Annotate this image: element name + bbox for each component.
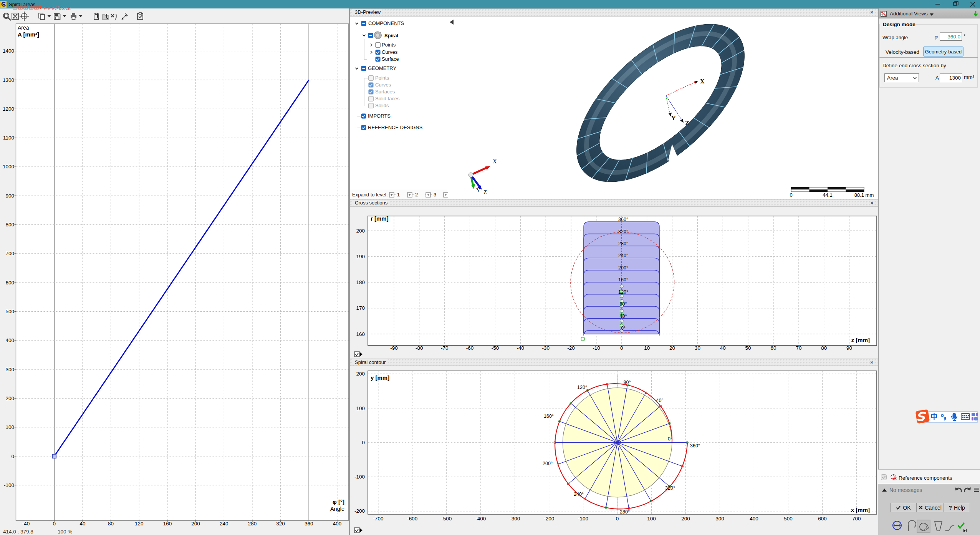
svg-text:40°: 40° <box>620 314 627 319</box>
svg-text:-30: -30 <box>542 345 550 351</box>
svg-text:360°: 360° <box>618 217 628 222</box>
svg-text:40: 40 <box>720 345 726 351</box>
svg-text:190: 190 <box>356 254 365 259</box>
svg-text:-40: -40 <box>517 345 525 351</box>
svg-text:160: 160 <box>356 331 365 337</box>
svg-text:300: 300 <box>715 516 724 522</box>
svg-text:Y: Y <box>476 187 480 193</box>
svg-text:-500: -500 <box>441 516 452 522</box>
svg-text:0: 0 <box>616 516 619 522</box>
svg-text:-300: -300 <box>510 516 520 522</box>
svg-text:200: 200 <box>681 516 690 522</box>
svg-text:0: 0 <box>11 454 14 459</box>
svg-text:-400: -400 <box>475 516 486 522</box>
svg-text:500: 500 <box>5 309 14 314</box>
svg-text:-60: -60 <box>466 345 474 351</box>
svg-text:180: 180 <box>356 279 365 285</box>
svg-text:-200: -200 <box>544 516 554 522</box>
svg-text:1200: 1200 <box>3 106 14 112</box>
svg-text:80°: 80° <box>624 380 631 385</box>
svg-text:Area: Area <box>18 25 29 31</box>
svg-text:100: 100 <box>647 516 656 522</box>
svg-text:www.7b3.cn: www.7b3.cn <box>43 5 71 11</box>
svg-text:80°: 80° <box>620 301 627 307</box>
svg-text:30: 30 <box>695 345 700 351</box>
svg-text:-100: -100 <box>4 482 14 488</box>
svg-text:-50: -50 <box>492 345 499 351</box>
svg-text:200°: 200° <box>543 461 553 466</box>
svg-text:100: 100 <box>356 405 365 411</box>
svg-text:0°: 0° <box>668 436 672 442</box>
svg-text:200: 200 <box>356 228 365 234</box>
svg-text:280°: 280° <box>618 241 628 246</box>
svg-text:-70: -70 <box>441 345 449 351</box>
svg-text:170: 170 <box>356 305 365 311</box>
svg-text:0: 0 <box>790 192 792 198</box>
svg-text:90: 90 <box>846 345 852 351</box>
svg-text:200°: 200° <box>618 265 628 271</box>
svg-text:1300: 1300 <box>3 77 14 83</box>
svg-text:60: 60 <box>770 345 776 351</box>
svg-text:360°: 360° <box>690 443 700 449</box>
svg-text:500: 500 <box>784 516 793 522</box>
svg-text:-700: -700 <box>373 516 383 522</box>
svg-text:160°: 160° <box>618 277 628 282</box>
svg-text:-90: -90 <box>390 345 398 351</box>
svg-text:X: X <box>493 158 497 164</box>
svg-text:Y: Y <box>671 115 676 121</box>
svg-text:160°: 160° <box>544 414 554 419</box>
svg-text:0°: 0° <box>621 326 626 331</box>
svg-text:240°: 240° <box>574 492 584 497</box>
svg-text:700: 700 <box>852 516 861 522</box>
svg-text:-200: -200 <box>354 508 365 514</box>
svg-text:R: R <box>894 476 897 480</box>
svg-text:44.1: 44.1 <box>823 192 832 198</box>
svg-text:1400: 1400 <box>3 48 14 54</box>
svg-text:-20: -20 <box>567 345 575 351</box>
svg-text:Z: Z <box>483 189 487 195</box>
svg-text:r [mm]: r [mm] <box>371 215 389 222</box>
svg-text:0: 0 <box>362 440 365 445</box>
svg-text:Z: Z <box>685 120 689 126</box>
svg-text:A [mm²]: A [mm²] <box>18 31 39 38</box>
svg-text:88.1 mm: 88.1 mm <box>854 192 874 198</box>
svg-text:120°: 120° <box>577 385 587 390</box>
svg-text:0: 0 <box>620 345 623 351</box>
svg-text:600: 600 <box>5 280 14 286</box>
svg-text:Angle: Angle <box>330 506 344 512</box>
svg-text:-10: -10 <box>593 345 600 351</box>
svg-text:200: 200 <box>356 371 365 377</box>
svg-text:y [mm]: y [mm] <box>371 374 389 381</box>
svg-text:-100: -100 <box>354 474 365 480</box>
svg-text:120°: 120° <box>618 289 628 295</box>
svg-text:800: 800 <box>5 222 14 228</box>
svg-text:100: 100 <box>5 424 14 430</box>
svg-text:900: 900 <box>5 193 14 199</box>
svg-text:320°: 320° <box>665 485 675 491</box>
svg-text:400: 400 <box>5 337 14 343</box>
svg-text:280°: 280° <box>620 509 630 515</box>
svg-text:-600: -600 <box>407 516 417 522</box>
svg-text:70: 70 <box>796 345 801 351</box>
svg-text:1100: 1100 <box>3 135 14 141</box>
svg-text:1000: 1000 <box>3 164 14 169</box>
svg-text:50: 50 <box>745 345 751 351</box>
svg-text:10: 10 <box>644 345 650 351</box>
svg-text:X: X <box>700 78 705 85</box>
svg-text:-100: -100 <box>578 516 588 522</box>
svg-text:240°: 240° <box>618 253 628 258</box>
svg-text:700: 700 <box>5 251 14 256</box>
svg-text:80: 80 <box>821 345 827 351</box>
svg-text:200: 200 <box>5 395 14 401</box>
svg-text:-80: -80 <box>416 345 423 351</box>
svg-text:z [mm]: z [mm] <box>851 337 870 343</box>
svg-text:20: 20 <box>669 345 675 351</box>
svg-text:600: 600 <box>818 516 827 522</box>
svg-text:320°: 320° <box>618 229 628 234</box>
svg-text:40°: 40° <box>656 398 664 403</box>
svg-text:φ [°]: φ [°] <box>333 498 344 505</box>
svg-text:300: 300 <box>5 367 14 372</box>
svg-text:x [mm]: x [mm] <box>851 507 870 513</box>
svg-text:400: 400 <box>750 516 758 522</box>
